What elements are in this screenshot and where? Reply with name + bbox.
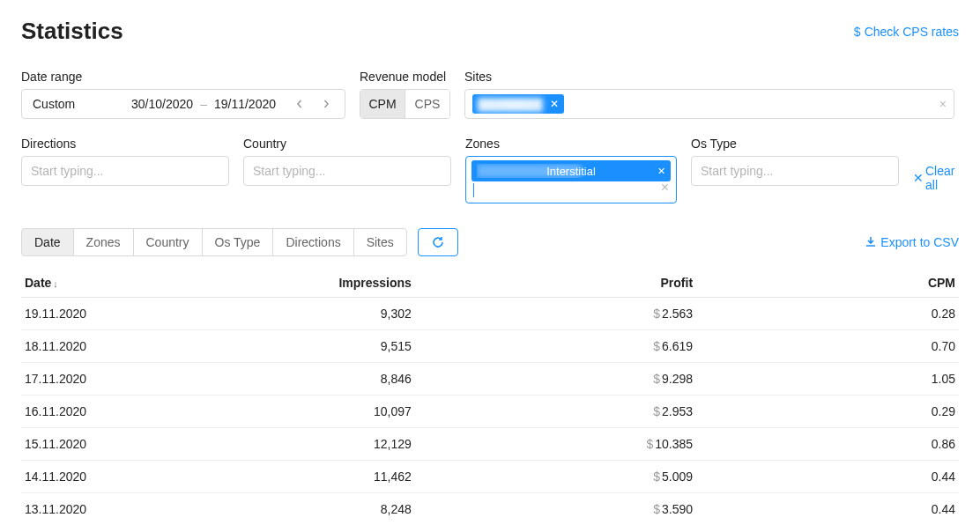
dollar-icon: $ — [653, 339, 660, 353]
tab-os-type[interactable]: Os Type — [202, 228, 274, 256]
table-row: 14.11.202011,462$5.0090.44 — [21, 461, 959, 493]
cell-impressions: 11,462 — [227, 461, 415, 493]
zones-input[interactable]: Interstitial ✕ × — [465, 156, 677, 203]
cell-impressions: 10,097 — [227, 396, 415, 428]
dollar-icon: $ — [653, 404, 660, 418]
date-range-separator: – — [200, 97, 207, 111]
cell-date: 13.11.2020 — [21, 493, 227, 526]
cell-impressions: 9,515 — [227, 330, 415, 363]
country-input[interactable] — [243, 156, 451, 186]
directions-input[interactable] — [21, 156, 229, 186]
tab-sites[interactable]: Sites — [353, 228, 407, 256]
table-row: 18.11.20209,515$6.6190.70 — [21, 330, 959, 363]
cell-profit: $10.385 — [415, 428, 696, 461]
dollar-icon: $ — [653, 502, 660, 516]
page-title: Statistics — [21, 18, 123, 45]
cell-impressions: 8,248 — [227, 493, 415, 526]
clear-all-label: Clear all — [925, 164, 959, 192]
cell-date: 19.11.2020 — [21, 298, 227, 330]
os-type-label: Os Type — [691, 137, 899, 151]
date-prev-button[interactable] — [286, 91, 313, 117]
sites-label: Sites — [464, 70, 954, 84]
sort-desc-icon: ↓ — [53, 278, 58, 289]
date-range-picker[interactable]: Custom 30/10/2020 – 19/11/2020 — [21, 89, 345, 119]
sites-input[interactable]: ████████ ✕ × — [464, 89, 954, 119]
chevron-left-icon — [295, 100, 304, 108]
view-tabs: Date Zones Country Os Type Directions Si… — [21, 228, 407, 256]
col-cpm-header[interactable]: CPM — [696, 269, 959, 298]
zone-chip: Interstitial ✕ — [471, 160, 671, 181]
table-row: 19.11.20209,302$2.5630.28 — [21, 298, 959, 330]
cell-profit: $2.953 — [415, 396, 696, 428]
os-type-input[interactable] — [691, 156, 899, 186]
cell-impressions: 9,302 — [227, 298, 415, 330]
zones-clear[interactable]: × — [661, 180, 669, 196]
clear-all-link[interactable]: ✕ Clear all — [913, 164, 959, 192]
dollar-icon: $ — [653, 307, 660, 321]
chevron-right-icon — [322, 100, 330, 108]
col-date-header[interactable]: Date↓ — [21, 269, 227, 298]
check-cps-rates-label: Check CPS rates — [865, 25, 959, 39]
date-range-from: 30/10/2020 — [131, 97, 193, 111]
revenue-model-cps[interactable]: CPS — [405, 90, 449, 118]
cell-date: 14.11.2020 — [21, 461, 227, 493]
table-row: 13.11.20208,248$3.5900.44 — [21, 493, 959, 526]
cell-date: 15.11.2020 — [21, 428, 227, 461]
cell-profit: $3.590 — [415, 493, 696, 526]
site-chip-label: ████████ — [478, 98, 543, 111]
download-icon — [865, 236, 877, 248]
check-cps-rates-link[interactable]: $ Check CPS rates — [854, 25, 959, 39]
dollar-icon: $ — [646, 437, 653, 451]
zone-chip-label: Interstitial — [546, 165, 596, 178]
dollar-icon: $ — [653, 372, 660, 386]
tab-directions[interactable]: Directions — [272, 228, 353, 256]
col-impressions-header[interactable]: Impressions — [227, 269, 415, 298]
export-csv-link[interactable]: Export to CSV — [865, 235, 959, 249]
tab-date[interactable]: Date — [21, 228, 74, 256]
zones-label: Zones — [465, 137, 677, 151]
date-next-button[interactable] — [313, 91, 339, 117]
date-range-mode: Custom — [33, 97, 75, 111]
tab-country[interactable]: Country — [133, 228, 203, 256]
tab-zones[interactable]: Zones — [73, 228, 134, 256]
site-chip-remove[interactable]: ✕ — [550, 98, 559, 110]
cell-profit: $2.563 — [415, 298, 696, 330]
directions-label: Directions — [21, 137, 229, 151]
cell-date: 17.11.2020 — [21, 363, 227, 396]
date-range-label: Date range — [21, 70, 345, 84]
cell-date: 16.11.2020 — [21, 396, 227, 428]
refresh-icon — [431, 235, 445, 249]
sites-clear[interactable]: × — [939, 97, 947, 111]
cell-profit: $5.009 — [415, 461, 696, 493]
revenue-model-cpm[interactable]: CPM — [360, 90, 405, 118]
cell-cpm: 0.86 — [696, 428, 959, 461]
dollar-icon: $ — [653, 470, 660, 484]
cell-impressions: 12,129 — [227, 428, 415, 461]
refresh-button[interactable] — [418, 228, 458, 256]
cell-cpm: 0.28 — [696, 298, 959, 330]
country-label: Country — [243, 137, 451, 151]
cell-date: 18.11.2020 — [21, 330, 227, 363]
cell-profit: $6.619 — [415, 330, 696, 363]
site-chip: ████████ ✕ — [472, 94, 564, 114]
cell-cpm: 0.29 — [696, 396, 959, 428]
dollar-icon: $ — [854, 25, 861, 39]
cell-cpm: 0.44 — [696, 461, 959, 493]
revenue-model-toggle: CPM CPS — [360, 89, 450, 119]
col-profit-header[interactable]: Profit — [415, 269, 696, 298]
close-icon: ✕ — [913, 171, 924, 185]
cell-cpm: 1.05 — [696, 363, 959, 396]
cell-cpm: 0.44 — [696, 493, 959, 526]
cell-profit: $9.298 — [415, 363, 696, 396]
cell-impressions: 8,846 — [227, 363, 415, 396]
cell-cpm: 0.70 — [696, 330, 959, 363]
zones-text-cursor — [473, 183, 517, 197]
date-range-to: 19/11/2020 — [214, 97, 276, 111]
table-row: 15.11.202012,129$10.3850.86 — [21, 428, 959, 461]
export-csv-label: Export to CSV — [880, 235, 959, 249]
table-row: 16.11.202010,097$2.9530.29 — [21, 396, 959, 428]
table-row: 17.11.20208,846$9.2981.05 — [21, 363, 959, 396]
zone-chip-remove[interactable]: ✕ — [657, 166, 665, 177]
revenue-model-label: Revenue model — [360, 70, 450, 84]
stats-table: Date↓ Impressions Profit CPM 19.11.20209… — [21, 269, 959, 525]
